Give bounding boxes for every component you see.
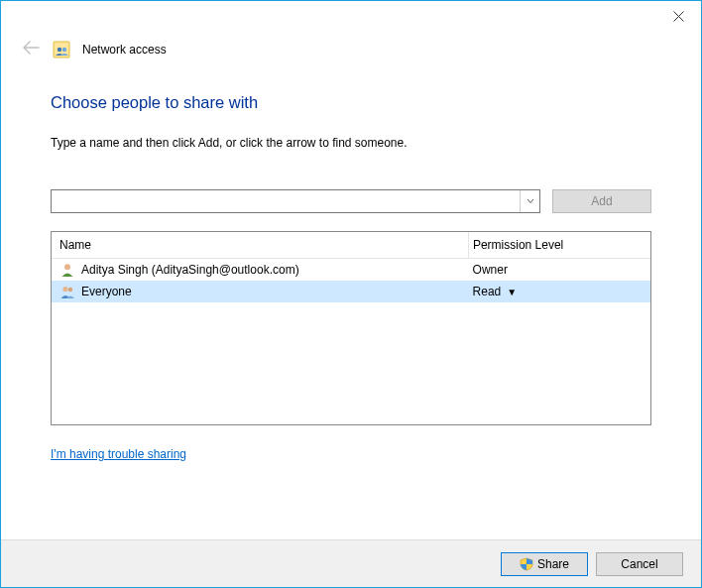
row-permission: Owner xyxy=(473,263,508,277)
row-name: Everyone xyxy=(81,285,132,298)
name-combobox[interactable] xyxy=(51,189,540,213)
help-link[interactable]: I'm having trouble sharing xyxy=(51,447,186,461)
window-title: Network access xyxy=(82,43,167,57)
table-row[interactable]: Everyone Read ▼ xyxy=(52,281,650,302)
close-button[interactable] xyxy=(656,2,701,30)
network-access-icon xyxy=(53,41,70,59)
svg-point-1 xyxy=(58,47,61,51)
table-row[interactable]: Aditya Singh (AdityaSingh@outlook.com) O… xyxy=(52,259,650,281)
add-button: Add xyxy=(552,189,651,213)
close-icon xyxy=(673,11,684,22)
people-table: Name Permission Level Aditya Singh (Adit… xyxy=(51,231,651,425)
group-icon xyxy=(59,284,75,299)
svg-point-3 xyxy=(64,264,70,270)
user-icon xyxy=(59,262,75,278)
caret-down-icon: ▼ xyxy=(507,287,517,297)
share-label: Share xyxy=(537,557,569,571)
instruction-text: Type a name and then click Add, or click… xyxy=(51,136,651,150)
permission-dropdown[interactable]: Read ▼ xyxy=(469,285,650,298)
shield-icon xyxy=(520,557,533,571)
svg-point-2 xyxy=(62,47,66,51)
name-dropdown-button[interactable] xyxy=(520,190,539,212)
column-header-permission[interactable]: Permission Level xyxy=(468,232,650,258)
chevron-down-icon xyxy=(526,198,534,204)
page-heading: Choose people to share with xyxy=(51,93,651,112)
back-arrow-icon xyxy=(21,39,41,59)
column-header-name[interactable]: Name xyxy=(52,238,468,252)
svg-point-4 xyxy=(62,287,67,292)
row-name: Aditya Singh (AdityaSingh@outlook.com) xyxy=(81,263,299,277)
row-permission: Read xyxy=(473,285,502,298)
name-input[interactable] xyxy=(52,190,520,212)
cancel-button[interactable]: Cancel xyxy=(596,552,683,576)
svg-point-5 xyxy=(68,288,72,292)
share-button[interactable]: Share xyxy=(501,552,588,576)
